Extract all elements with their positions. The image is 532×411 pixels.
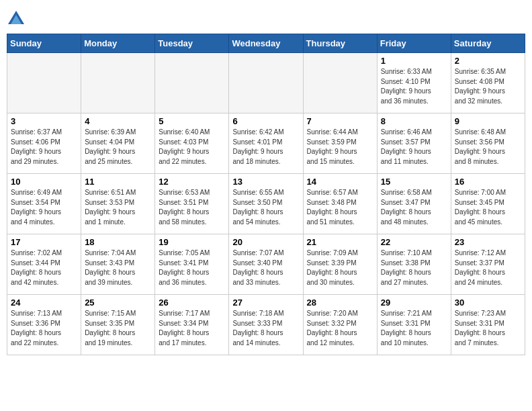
weekday-header-tuesday: Tuesday [155,34,229,53]
weekday-header-thursday: Thursday [303,34,377,53]
weekday-header-sunday: Sunday [7,34,81,53]
day-info: Sunrise: 7:12 AM Sunset: 3:37 PM Dayligh… [455,248,521,287]
weekday-header-saturday: Saturday [451,34,525,53]
day-info: Sunrise: 7:23 AM Sunset: 3:31 PM Dayligh… [455,309,521,348]
weekday-header-monday: Monday [81,34,155,53]
calendar-table: SundayMondayTuesdayWednesdayThursdayFrid… [7,34,525,355]
day-info: Sunrise: 6:42 AM Sunset: 4:01 PM Dayligh… [232,128,299,167]
logo [7,9,28,28]
day-info: Sunrise: 6:37 AM Sunset: 4:06 PM Dayligh… [11,128,77,167]
header [7,7,525,28]
day-number: 12 [159,177,225,187]
day-number: 24 [11,298,77,308]
calendar-cell: 25Sunrise: 7:15 AM Sunset: 3:35 PM Dayli… [81,295,155,355]
calendar-cell: 18Sunrise: 7:04 AM Sunset: 3:43 PM Dayli… [81,234,155,295]
day-info: Sunrise: 7:02 AM Sunset: 3:44 PM Dayligh… [11,248,77,287]
calendar-cell: 22Sunrise: 7:10 AM Sunset: 3:38 PM Dayli… [377,234,451,295]
day-info: Sunrise: 6:49 AM Sunset: 3:54 PM Dayligh… [11,188,77,227]
calendar-cell: 24Sunrise: 7:13 AM Sunset: 3:36 PM Dayli… [7,295,81,355]
day-number: 21 [307,237,373,247]
calendar-cell: 17Sunrise: 7:02 AM Sunset: 3:44 PM Dayli… [7,234,81,295]
day-info: Sunrise: 7:13 AM Sunset: 3:36 PM Dayligh… [11,309,77,348]
day-number: 11 [85,177,151,187]
calendar-cell [155,53,229,113]
day-info: Sunrise: 6:48 AM Sunset: 3:56 PM Dayligh… [455,128,521,167]
day-number: 25 [85,298,151,308]
calendar-cell: 14Sunrise: 6:57 AM Sunset: 3:48 PM Dayli… [303,174,377,234]
day-number: 30 [455,298,521,308]
calendar-cell: 3Sunrise: 6:37 AM Sunset: 4:06 PM Daylig… [7,113,81,174]
calendar-cell: 7Sunrise: 6:44 AM Sunset: 3:59 PM Daylig… [303,113,377,174]
calendar-cell [303,53,377,113]
calendar-cell [81,53,155,113]
calendar-week-5: 24Sunrise: 7:13 AM Sunset: 3:36 PM Dayli… [7,295,525,355]
day-number: 27 [232,298,299,308]
day-number: 1 [381,56,447,66]
day-info: Sunrise: 7:04 AM Sunset: 3:43 PM Dayligh… [85,248,151,287]
calendar-cell: 1Sunrise: 6:33 AM Sunset: 4:10 PM Daylig… [377,53,451,113]
day-info: Sunrise: 7:17 AM Sunset: 3:34 PM Dayligh… [159,309,225,348]
day-number: 16 [455,177,521,187]
day-info: Sunrise: 7:07 AM Sunset: 3:40 PM Dayligh… [232,248,299,287]
logo-icon [7,9,26,28]
day-info: Sunrise: 6:35 AM Sunset: 4:08 PM Dayligh… [455,67,521,106]
calendar-cell: 12Sunrise: 6:53 AM Sunset: 3:51 PM Dayli… [155,174,229,234]
day-number: 20 [232,237,299,247]
day-info: Sunrise: 6:39 AM Sunset: 4:04 PM Dayligh… [85,128,151,167]
calendar-cell [7,53,81,113]
calendar-cell: 28Sunrise: 7:20 AM Sunset: 3:32 PM Dayli… [303,295,377,355]
calendar-cell: 13Sunrise: 6:55 AM Sunset: 3:50 PM Dayli… [229,174,303,234]
day-info: Sunrise: 6:40 AM Sunset: 4:03 PM Dayligh… [159,128,225,167]
calendar-cell: 4Sunrise: 6:39 AM Sunset: 4:04 PM Daylig… [81,113,155,174]
calendar-cell: 23Sunrise: 7:12 AM Sunset: 3:37 PM Dayli… [451,234,525,295]
day-info: Sunrise: 7:10 AM Sunset: 3:38 PM Dayligh… [381,248,447,287]
day-number: 15 [381,177,447,187]
day-info: Sunrise: 7:18 AM Sunset: 3:33 PM Dayligh… [232,309,299,348]
day-number: 4 [85,116,151,126]
day-number: 14 [307,177,373,187]
calendar-cell: 16Sunrise: 7:00 AM Sunset: 3:45 PM Dayli… [451,174,525,234]
day-info: Sunrise: 6:44 AM Sunset: 3:59 PM Dayligh… [307,128,373,167]
calendar-week-3: 10Sunrise: 6:49 AM Sunset: 3:54 PM Dayli… [7,174,525,234]
day-number: 18 [85,237,151,247]
day-info: Sunrise: 7:21 AM Sunset: 3:31 PM Dayligh… [381,309,447,348]
day-number: 2 [455,56,521,66]
day-info: Sunrise: 6:33 AM Sunset: 4:10 PM Dayligh… [381,67,447,106]
day-info: Sunrise: 6:53 AM Sunset: 3:51 PM Dayligh… [159,188,225,227]
calendar-cell: 26Sunrise: 7:17 AM Sunset: 3:34 PM Dayli… [155,295,229,355]
day-number: 22 [381,237,447,247]
calendar-cell: 15Sunrise: 6:58 AM Sunset: 3:47 PM Dayli… [377,174,451,234]
day-info: Sunrise: 7:20 AM Sunset: 3:32 PM Dayligh… [307,309,373,348]
calendar-week-1: 1Sunrise: 6:33 AM Sunset: 4:10 PM Daylig… [7,53,525,113]
calendar-cell: 21Sunrise: 7:09 AM Sunset: 3:39 PM Dayli… [303,234,377,295]
day-number: 10 [11,177,77,187]
calendar-cell: 19Sunrise: 7:05 AM Sunset: 3:41 PM Dayli… [155,234,229,295]
day-number: 23 [455,237,521,247]
calendar-cell: 5Sunrise: 6:40 AM Sunset: 4:03 PM Daylig… [155,113,229,174]
day-info: Sunrise: 7:05 AM Sunset: 3:41 PM Dayligh… [159,248,225,287]
day-number: 7 [307,116,373,126]
day-info: Sunrise: 6:58 AM Sunset: 3:47 PM Dayligh… [381,188,447,227]
day-number: 28 [307,298,373,308]
weekday-header-friday: Friday [377,34,451,53]
day-info: Sunrise: 6:51 AM Sunset: 3:53 PM Dayligh… [85,188,151,227]
calendar-week-4: 17Sunrise: 7:02 AM Sunset: 3:44 PM Dayli… [7,234,525,295]
day-info: Sunrise: 7:09 AM Sunset: 3:39 PM Dayligh… [307,248,373,287]
day-number: 26 [159,298,225,308]
day-number: 19 [159,237,225,247]
day-info: Sunrise: 6:55 AM Sunset: 3:50 PM Dayligh… [232,188,299,227]
calendar-cell: 30Sunrise: 7:23 AM Sunset: 3:31 PM Dayli… [451,295,525,355]
calendar-cell: 27Sunrise: 7:18 AM Sunset: 3:33 PM Dayli… [229,295,303,355]
day-number: 8 [381,116,447,126]
calendar-cell: 6Sunrise: 6:42 AM Sunset: 4:01 PM Daylig… [229,113,303,174]
calendar-cell: 10Sunrise: 6:49 AM Sunset: 3:54 PM Dayli… [7,174,81,234]
day-info: Sunrise: 6:46 AM Sunset: 3:57 PM Dayligh… [381,128,447,167]
day-info: Sunrise: 7:00 AM Sunset: 3:45 PM Dayligh… [455,188,521,227]
calendar-cell: 8Sunrise: 6:46 AM Sunset: 3:57 PM Daylig… [377,113,451,174]
day-number: 5 [159,116,225,126]
calendar-cell [229,53,303,113]
day-number: 9 [455,116,521,126]
weekday-header-wednesday: Wednesday [229,34,303,53]
day-number: 13 [232,177,299,187]
day-number: 6 [232,116,299,126]
